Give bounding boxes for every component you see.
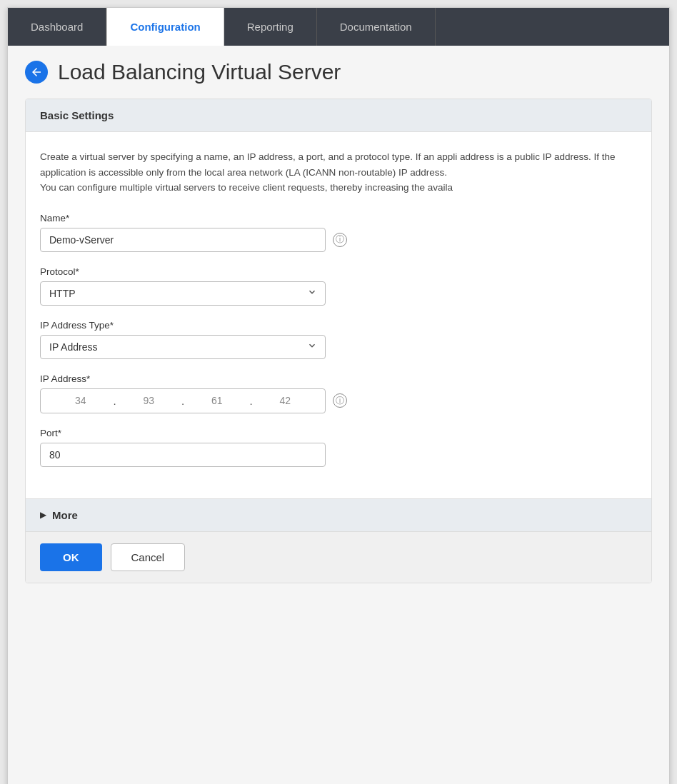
section-header-basic-settings: Basic Settings: [26, 99, 651, 132]
tab-configuration[interactable]: Configuration: [106, 8, 224, 46]
more-section[interactable]: ▶ More: [26, 498, 651, 531]
tab-bar: Dashboard Configuration Reporting Docume…: [8, 8, 669, 46]
protocol-label: Protocol*: [40, 266, 637, 277]
name-info-icon[interactable]: ⓘ: [333, 233, 347, 247]
ip-address-input-wrapper: . . . ⓘ: [40, 388, 637, 413]
ip-octet-4[interactable]: [254, 395, 316, 406]
ip-type-select-wrapper: IP Address Wildcard Subnet: [40, 335, 326, 359]
ip-type-label: IP Address Type*: [40, 320, 637, 331]
ip-octet-2[interactable]: [118, 395, 180, 406]
card-footer: OK Cancel: [26, 531, 651, 583]
tab-documentation[interactable]: Documentation: [317, 8, 436, 46]
page-title: Load Balancing Virtual Server: [58, 60, 341, 84]
card-body: Create a virtual server by specifying a …: [26, 132, 651, 498]
tab-dashboard[interactable]: Dashboard: [8, 8, 106, 46]
main-window: Dashboard Configuration Reporting Docume…: [7, 7, 670, 784]
back-button[interactable]: [25, 61, 48, 84]
main-card: Basic Settings Create a virtual server b…: [25, 99, 652, 583]
more-label: More: [52, 509, 78, 521]
name-field-group: Name* ⓘ: [40, 213, 637, 252]
ip-info-icon[interactable]: ⓘ: [333, 393, 347, 408]
ok-button[interactable]: OK: [40, 543, 102, 571]
ip-octet-3[interactable]: [186, 395, 248, 406]
cancel-button[interactable]: Cancel: [111, 543, 186, 571]
ip-address-field-group: IP Address* . . . ⓘ: [40, 373, 637, 413]
more-triangle-icon: ▶: [40, 510, 46, 520]
ip-address-label: IP Address*: [40, 373, 637, 384]
port-input[interactable]: [40, 443, 326, 467]
port-field-group: Port*: [40, 428, 637, 467]
protocol-select[interactable]: HTTP HTTPS TCP UDP SSL: [40, 281, 326, 306]
tab-reporting[interactable]: Reporting: [224, 8, 317, 46]
description-text: Create a virtual server by specifying a …: [40, 149, 637, 196]
ip-type-field-group: IP Address Type* IP Address Wildcard Sub…: [40, 320, 637, 359]
ip-input-container: . . .: [40, 388, 326, 413]
port-label: Port*: [40, 428, 637, 438]
ip-type-select[interactable]: IP Address Wildcard Subnet: [40, 335, 326, 359]
name-input-wrapper: ⓘ: [40, 228, 637, 252]
page-content: Load Balancing Virtual Server Basic Sett…: [8, 46, 669, 784]
ip-octet-1[interactable]: [49, 395, 111, 406]
name-input[interactable]: [40, 228, 326, 252]
ip-dot-2: .: [180, 395, 186, 407]
ip-dot-1: .: [111, 395, 117, 407]
page-header: Load Balancing Virtual Server: [25, 60, 652, 84]
ip-dot-3: .: [248, 395, 254, 407]
protocol-select-wrapper: HTTP HTTPS TCP UDP SSL: [40, 281, 326, 306]
protocol-field-group: Protocol* HTTP HTTPS TCP UDP SSL: [40, 266, 637, 306]
name-label: Name*: [40, 213, 637, 223]
back-arrow-icon: [30, 66, 43, 79]
